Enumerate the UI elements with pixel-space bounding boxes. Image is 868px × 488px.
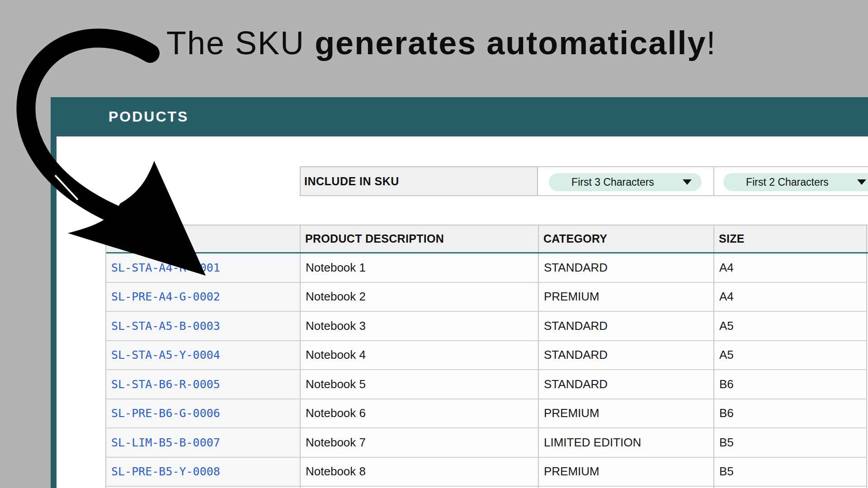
cell-category[interactable]: PREMIUM [539,399,714,429]
cell-size[interactable]: B5 [714,458,867,487]
dropdown-first-3-characters[interactable]: First 3 Characters [549,173,702,191]
cell-category[interactable]: STANDARD [539,312,714,341]
sku-part-cell-2: First 2 Characters [714,166,868,196]
column-header-size[interactable]: SIZE [714,225,867,252]
cell-sku[interactable]: SL-STA-A4-R-0001 [106,253,301,283]
cell-description[interactable]: Notebook 4 [301,341,539,371]
table-row: SL-STA-B6-R-0005 Notebook 5 STANDARD B6 [106,370,868,399]
products-table: PRODUCT DESCRIPTION CATEGORY SIZE SL-STA… [105,225,868,488]
table-row: SL-PRE-A4-G-0002 Notebook 2 PREMIUM A4 [106,283,868,312]
cell-size[interactable]: B6 [714,370,867,399]
cell-sku[interactable]: SL-STA-B6-R-0005 [106,370,301,399]
headline: The SKU generates automatically! [166,26,716,61]
cell-size[interactable]: A4 [714,253,867,283]
cell-sku[interactable]: SL-PRE-A4-G-0002 [106,283,301,312]
cell-sku[interactable]: SL-STA-A5-Y-0004 [106,341,301,371]
cell-size[interactable]: A5 [714,341,867,371]
cell-sku[interactable]: SL-LIM-B5-B-0007 [106,428,301,458]
cell-description[interactable]: Notebook 3 [301,312,539,341]
cell-category[interactable]: PREMIUM [539,283,714,312]
table-header-row: PRODUCT DESCRIPTION CATEGORY SIZE [106,225,868,253]
cell-description[interactable]: Notebook 2 [301,283,539,312]
cell-sku[interactable]: SL-PRE-B6-G-0006 [106,399,301,429]
headline-suffix: ! [706,25,716,61]
cell-size[interactable]: B6 [714,399,867,429]
dropdown-value: First 3 Characters [571,176,679,188]
column-header-sku[interactable] [106,225,301,252]
cell-sku[interactable]: SL-STA-A5-B-0003 [106,312,301,341]
table-row: SL-PRE-B5-Y-0008 Notebook 8 PREMIUM B5 [106,458,868,487]
app-header-bar: PODUCTS [51,97,868,136]
cell-description[interactable]: Notebook 8 [301,458,539,487]
cell-description[interactable]: Notebook 5 [301,370,539,399]
sku-part-cell-1: First 3 Characters [538,166,714,196]
cell-description[interactable]: Notebook 7 [301,428,539,458]
table-row: SL-LIM-B5-B-0007 Notebook 7 LIMITED EDIT… [106,428,868,458]
table-row: SL-STA-A5-Y-0004 Notebook 4 STANDARD A5 [106,341,868,371]
column-header-product-description[interactable]: PRODUCT DESCRIPTION [301,225,539,252]
headline-prefix: The SKU [166,25,315,61]
caret-down-icon [683,179,692,185]
caret-down-icon [857,179,866,185]
cell-sku[interactable]: SL-PRE-B5-Y-0008 [106,458,301,487]
dropdown-first-2-characters[interactable]: First 2 Characters [723,173,868,191]
headline-emphasis: generates automatically [315,25,706,61]
cell-size[interactable]: B5 [714,428,867,458]
cell-category[interactable]: STANDARD [539,341,714,371]
column-header-category[interactable]: CATEGORY [539,225,714,252]
table-row: SL-STA-A5-B-0003 Notebook 3 STANDARD A5 [106,312,868,341]
cell-description[interactable]: Notebook 6 [301,399,539,429]
page-title: PODUCTS [108,97,189,136]
cell-category[interactable]: STANDARD [539,370,714,399]
dropdown-value: First 2 Characters [746,176,854,188]
include-in-sku-label: INCLUDE IN SKU [300,166,538,196]
cell-description[interactable]: Notebook 1 [301,253,539,283]
cell-size[interactable]: A4 [714,283,867,312]
tutorial-graphic: The SKU generates automatically! PODUCTS… [0,0,868,488]
cell-category[interactable]: LIMITED EDITION [539,428,714,458]
table-row: SL-STA-A4-R-0001 Notebook 1 STANDARD A4 [106,253,868,283]
left-accent-strip [51,97,57,488]
cell-category[interactable]: STANDARD [539,253,714,283]
cell-size[interactable]: A5 [714,312,867,341]
cell-category[interactable]: PREMIUM [539,458,714,487]
table-row: SL-PRE-B6-G-0006 Notebook 6 PREMIUM B6 [106,399,868,429]
